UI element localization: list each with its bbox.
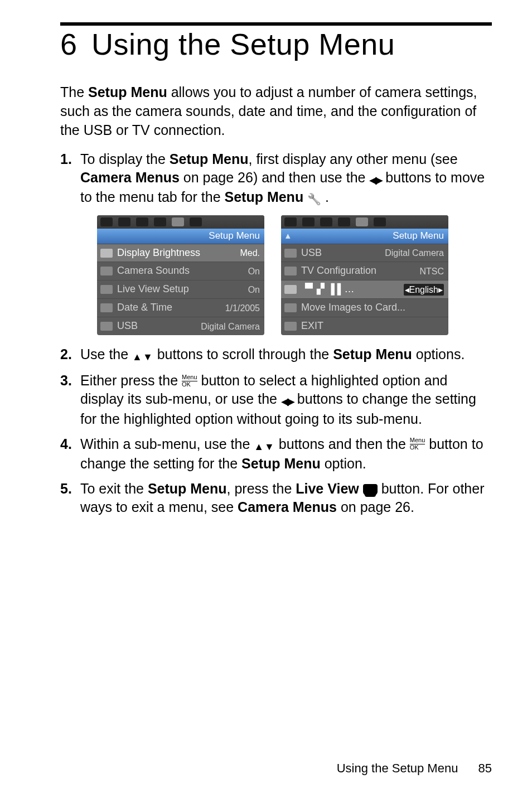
intro-bold: Setup Menu: [88, 84, 167, 100]
step-text: buttons to scroll through the: [153, 346, 333, 362]
menu-ok-bottom: OK: [410, 444, 425, 451]
wrench-icon: [307, 189, 321, 207]
step-text: Within a sub-menu, use the: [80, 436, 254, 452]
row-value: Digital Camera: [385, 247, 444, 259]
setup-menu-screenshot-b: ▴Setup Menu USBDigital Camera TV Configu…: [281, 215, 448, 335]
menu-tabbar: [97, 215, 264, 229]
step-text: option.: [321, 456, 366, 471]
step-text: To display the: [80, 151, 170, 167]
live-view-icon: [363, 484, 378, 495]
step-text: buttons and then the: [275, 436, 410, 452]
menu-row: USBDigital Camera: [281, 244, 448, 262]
step-number: 2.: [60, 345, 72, 364]
scroll-up-icon: ▴: [286, 230, 291, 243]
step-3: 3. Either press the MenuOK button to sel…: [60, 371, 492, 428]
menu-ok-top: Menu: [182, 374, 197, 381]
row-icon: [100, 267, 113, 275]
row-icon: [284, 249, 297, 258]
page-number: 85: [478, 761, 492, 775]
row-icon: [100, 249, 113, 258]
step-text: Either press the: [80, 373, 182, 388]
row-value: On: [248, 265, 260, 277]
row-icon: [100, 285, 113, 294]
step-5: 5. To exit the Setup Menu, press the Liv…: [60, 480, 492, 517]
step-text: Use the: [80, 346, 132, 362]
footer-text: Using the Setup Menu: [337, 761, 458, 775]
step-bold: Setup Menu: [148, 481, 227, 496]
menu-row: Display BrightnessMed.: [97, 244, 264, 262]
row-label: Camera Sounds: [117, 264, 244, 278]
step-bold: Setup Menu: [333, 346, 412, 362]
step-number: 3.: [60, 371, 72, 390]
row-icon: [284, 285, 297, 294]
row-label: ▝▘▞ ▐ ▌…: [301, 283, 399, 296]
row-label: TV Configuration: [301, 264, 415, 278]
row-label: Date & Time: [117, 301, 221, 315]
row-icon: [284, 303, 297, 312]
step-bold: Camera Menus: [238, 499, 337, 515]
chapter-number: 6: [60, 28, 78, 61]
step-text: .: [321, 189, 329, 205]
row-icon: [284, 322, 297, 331]
step-text: , first display any other menu (see: [249, 151, 458, 167]
step-bold: Setup Menu: [225, 189, 304, 205]
menu-row: Date & Time1/1/2005: [97, 298, 264, 317]
step-text: , press the: [227, 481, 296, 496]
row-value: Digital Camera: [201, 321, 260, 332]
setup-menu-screenshot-a: Setup Menu Display BrightnessMed. Camera…: [97, 215, 264, 335]
menu-banner-text: Setup Menu: [393, 230, 444, 241]
step-bold: Camera Menus: [80, 170, 180, 185]
row-value: Med.: [240, 247, 260, 259]
row-label: Display Brightness: [117, 246, 235, 260]
menu-row: TV ConfigurationNTSC: [281, 262, 448, 280]
left-right-arrows-icon: [369, 170, 381, 188]
up-down-arrows-icon: [254, 436, 275, 454]
menu-row: USBDigital Camera: [97, 317, 264, 335]
row-icon: [100, 303, 113, 312]
row-value: NTSC: [419, 265, 444, 277]
step-number: 4.: [60, 435, 72, 453]
step-text: on page 26.: [337, 499, 414, 515]
row-label: EXIT: [301, 320, 439, 333]
up-down-arrows-icon: [132, 346, 153, 365]
row-value: ◂English▸: [404, 284, 444, 296]
menu-row: Camera SoundsOn: [97, 262, 264, 280]
chapter-title: Using the Setup Menu: [91, 27, 395, 61]
row-label: Live View Setup: [117, 283, 244, 296]
menu-banner-text: Setup Menu: [209, 230, 260, 241]
row-label: USB: [301, 246, 380, 260]
menu-row: EXIT: [281, 317, 448, 335]
menu-banner: ▴Setup Menu: [281, 229, 448, 244]
left-right-arrows-icon: [281, 391, 293, 409]
step-1: 1. To display the Setup Menu, first disp…: [60, 150, 492, 336]
intro-paragraph: The Setup Menu allows you to adjust a nu…: [60, 83, 492, 139]
menu-banner: Setup Menu: [97, 229, 264, 244]
row-icon: [100, 322, 113, 331]
menu-row: ▝▘▞ ▐ ▌…◂English▸: [281, 280, 448, 298]
step-text: on page 26) and then use the: [180, 170, 370, 185]
row-label: Move Images to Card...: [301, 301, 439, 315]
page-footer: Using the Setup Menu 85: [337, 761, 492, 776]
row-icon: [284, 267, 297, 275]
step-number: 5.: [60, 480, 72, 498]
step-text: To exit the: [80, 481, 148, 496]
step-bold: Setup Menu: [170, 151, 249, 167]
row-value: On: [248, 284, 260, 296]
step-bold: Live View: [296, 481, 359, 496]
menu-ok-button-icon: MenuOK: [410, 437, 425, 451]
menu-tabbar: [281, 215, 448, 229]
menu-ok-button-icon: MenuOK: [182, 374, 197, 388]
step-text: options.: [412, 346, 465, 362]
step-number: 1.: [60, 150, 72, 168]
menu-row: Move Images to Card...: [281, 298, 448, 317]
step-4: 4. Within a sub-menu, use the buttons an…: [60, 435, 492, 473]
menu-ok-bottom: OK: [182, 381, 197, 388]
row-value: 1/1/2005: [225, 302, 260, 314]
row-label: USB: [117, 320, 196, 333]
step-bold: Setup Menu: [241, 456, 321, 471]
step-2: 2. Use the buttons to scroll through the…: [60, 345, 492, 365]
menu-row: Live View SetupOn: [97, 280, 264, 298]
intro-text: The: [60, 84, 88, 100]
chapter-heading: 6 Using the Setup Menu: [60, 28, 492, 61]
